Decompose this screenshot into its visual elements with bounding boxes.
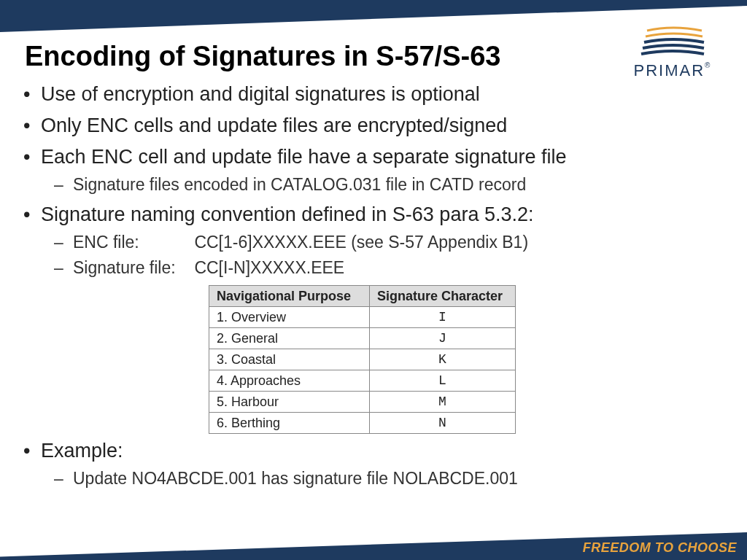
cell-nav: 2. General (209, 327, 370, 349)
cell-nav: 5. Harbour (209, 392, 370, 413)
waves-icon (640, 26, 705, 55)
bullet-item: Use of encryption and digital signatures… (15, 80, 732, 109)
cell-sig: L (370, 370, 516, 391)
slide-content: Use of encryption and digital signatures… (15, 80, 732, 494)
brand-tagline: FREEDOM TO CHOOSE (583, 540, 737, 556)
col-header-sig: Signature Character (370, 285, 516, 306)
bullet-text: Example: (41, 440, 123, 462)
cell-sig: N (370, 413, 516, 434)
cell-nav: 6. Berthing (209, 413, 370, 434)
bullet-text: Each ENC cell and update file have a sep… (41, 146, 566, 168)
sub-bullet-item: Signature file: CC[I-N]XXXXX.EEE (41, 256, 732, 280)
signature-table: Navigational Purpose Signature Character… (209, 285, 516, 435)
bullet-item: Only ENC cells and update files are encr… (15, 112, 732, 140)
file-label: Signature file: (73, 256, 190, 280)
signature-table-wrap: Navigational Purpose Signature Character… (209, 285, 732, 435)
table-row: 5. HarbourM (209, 392, 516, 413)
slide: PRIMAR® Encoding of Signatures in S-57/S… (0, 0, 747, 560)
cell-nav: 4. Approaches (209, 370, 370, 391)
table-row: 2. GeneralJ (209, 327, 516, 349)
bullet-item: Example: Update NO4ABCDE.001 has signatu… (15, 437, 732, 491)
col-header-nav: Navigational Purpose (209, 285, 370, 306)
cell-sig: I (370, 306, 516, 327)
sub-bullet-item: Signature files encoded in CATALOG.031 f… (41, 173, 732, 197)
brand-logo: PRIMAR® (622, 26, 724, 80)
table-row: 4. ApproachesL (209, 370, 516, 391)
bullet-item: Each ENC cell and update file have a sep… (15, 143, 732, 197)
cell-sig: M (370, 392, 516, 413)
table-row: 1. OverviewI (209, 306, 516, 327)
file-label: ENC file: (73, 230, 190, 254)
sub-bullet-item: ENC file: CC[1-6]XXXXX.EEE (see S-57 App… (41, 230, 732, 254)
table-row: 3. CoastalK (209, 349, 516, 370)
table-header-row: Navigational Purpose Signature Character (209, 285, 516, 306)
bullet-text: Signature naming convention defined in S… (41, 203, 533, 225)
table-row: 6. BerthingN (209, 413, 516, 434)
sub-bullet-item: Update NO4ABCDE.001 has signature file N… (41, 467, 732, 491)
bullet-item: Signature naming convention defined in S… (15, 201, 732, 434)
cell-nav: 1. Overview (209, 306, 370, 327)
slide-title: Encoding of Signatures in S-57/S-63 (25, 41, 500, 72)
file-value: CC[1-6]XXXXX.EEE (see S-57 Appendix B1) (194, 233, 528, 252)
cell-sig: K (370, 349, 516, 370)
cell-nav: 3. Coastal (209, 349, 370, 370)
file-value: CC[I-N]XXXXX.EEE (194, 258, 344, 277)
brand-name: PRIMAR® (622, 61, 724, 80)
cell-sig: J (370, 327, 516, 349)
